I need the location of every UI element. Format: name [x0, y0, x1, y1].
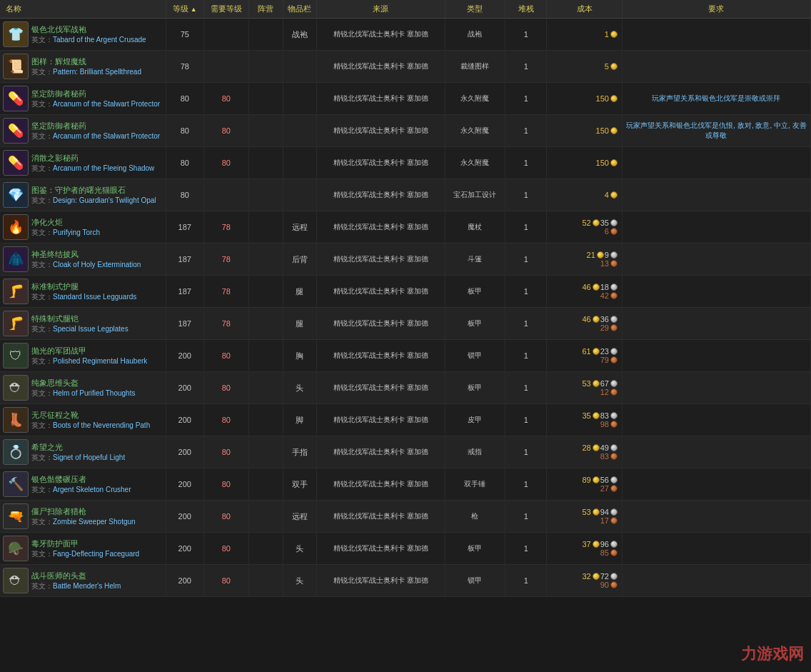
item-require: 玩家声望关系和银色北伐军是崇敬或崇拜: [622, 83, 810, 115]
item-type: 皮甲: [445, 404, 505, 436]
item-require: [622, 147, 810, 179]
item-en-name[interactable]: Standard Issue Legguards: [53, 293, 136, 301]
item-en-name[interactable]: Arcanum of the Stalwart Protector: [53, 132, 160, 140]
item-text: 图鉴：守护者的曙光猫眼石 英文：Design: Guardian's Twili…: [31, 185, 156, 206]
item-slot: 战袍: [283, 19, 317, 51]
item-faction: [249, 115, 283, 147]
item-name-cell[interactable]: 👢 无尽征程之靴 英文：Boots of the Neverending Pat…: [0, 404, 166, 436]
item-req-level: 78: [203, 276, 248, 308]
col-header-require[interactable]: 要求: [622, 0, 810, 19]
item-name-cell[interactable]: 📜 图样：辉煌魔线 英文：Pattern: Brilliant Spellthr…: [0, 51, 166, 83]
item-req-level: 80: [203, 436, 248, 468]
item-en-name[interactable]: Argent Skeleton Crusher: [53, 486, 131, 493]
item-level: 80: [166, 83, 203, 115]
item-source: 精锐北伐军战士奥利卡 塞加德: [317, 276, 445, 308]
col-header-req[interactable]: 需要等级: [203, 0, 248, 19]
col-header-faction[interactable]: 阵营: [249, 0, 283, 19]
item-req-level: 78: [203, 211, 248, 244]
item-en-name[interactable]: Arcanum of the Fleeing Shadow: [53, 164, 154, 172]
item-type: 板甲: [445, 372, 505, 404]
item-en-label: 英文：Zombie Sweeper Shotgun: [31, 517, 136, 527]
item-require: 玩家声望关系和银色北伐军是仇恨, 敌对, 敌意, 中立, 友善或尊敬: [622, 115, 810, 147]
item-faction: [249, 276, 283, 308]
item-name-cell[interactable]: 🔫 僵尸扫除者猎枪 英文：Zombie Sweeper Shotgun: [0, 501, 166, 533]
item-source: 精锐北伐军战士奥利卡 塞加德: [317, 83, 445, 115]
item-faction: [249, 372, 283, 404]
col-header-cost[interactable]: 成本: [547, 0, 623, 19]
item-name-cell[interactable]: 💊 消散之影秘药 英文：Arcanum of the Fleeing Shado…: [0, 147, 166, 179]
item-icon: 🦵: [3, 311, 29, 336]
table-row: 🔨 银色骷髅碾压者 英文：Argent Skeleton Crusher 200…: [0, 468, 811, 501]
item-cn-name: 坚定防御者秘药: [31, 89, 160, 99]
item-require: [622, 244, 810, 276]
item-en-name[interactable]: Pattern: Brilliant Spellthread: [53, 68, 141, 76]
item-faction: [249, 404, 283, 436]
item-name-cell[interactable]: 💍 希望之光 英文：Signet of Hopeful Light: [0, 436, 166, 468]
item-slot: 双手: [283, 468, 317, 501]
item-source: 精锐北伐军战士奥利卡 塞加德: [317, 147, 445, 179]
item-en-name[interactable]: Purifying Torch: [53, 229, 100, 236]
col-header-level[interactable]: 等级 ▲: [166, 0, 203, 19]
item-en-name[interactable]: Polished Regimental Hauberk: [53, 357, 147, 365]
table-row: 🦵 标准制式护腿 英文：Standard Issue Legguards 187…: [0, 276, 811, 308]
item-slot: [283, 83, 317, 115]
item-cn-name: 银色北伐军战袍: [31, 24, 146, 35]
item-icon: 🔫: [3, 503, 29, 529]
item-type: 永久附魔: [445, 147, 505, 179]
item-en-name[interactable]: Design: Guardian's Twilight Opal: [53, 196, 156, 204]
item-en-name[interactable]: Battle Mender's Helm: [53, 582, 121, 590]
item-source: 精锐北伐军战士奥利卡 塞加德: [317, 211, 445, 244]
item-text: 标准制式护腿 英文：Standard Issue Legguards: [31, 281, 136, 302]
item-cn-name: 图鉴：守护者的曙光猫眼石: [31, 185, 156, 196]
item-name-cell[interactable]: 🔨 银色骷髅碾压者 英文：Argent Skeleton Crusher: [0, 468, 166, 501]
item-type: 枪: [445, 501, 505, 533]
item-source: 精锐北伐军战士奥利卡 塞加德: [317, 501, 445, 533]
item-en-label: 英文：Battle Mender's Helm: [31, 581, 121, 591]
item-faction: [249, 51, 283, 83]
item-name-cell[interactable]: 🔥 净化火炬 英文：Purifying Torch: [0, 211, 166, 244]
item-en-name[interactable]: Tabard of the Argent Crusade: [53, 36, 146, 44]
item-cost: 53 67 12: [547, 372, 623, 404]
item-name-cell[interactable]: 💊 坚定防御者秘药 英文：Arcanum of the Stalwart Pro…: [0, 115, 166, 147]
item-name-cell[interactable]: 🧥 神圣终结披风 英文：Cloak of Holy Extermination: [0, 244, 166, 276]
item-cn-name: 神圣终结披风: [31, 249, 141, 260]
item-name-cell[interactable]: 💊 坚定防御者秘药 英文：Arcanum of the Stalwart Pro…: [0, 83, 166, 115]
item-slot: 腿: [283, 276, 317, 308]
item-faction: [249, 179, 283, 211]
item-en-name[interactable]: Zombie Sweeper Shotgun: [53, 518, 136, 526]
item-name-cell[interactable]: 💎 图鉴：守护者的曙光猫眼石 英文：Design: Guardian's Twi…: [0, 179, 166, 211]
col-header-name[interactable]: 名称: [0, 0, 166, 19]
item-en-label: 英文：Standard Issue Legguards: [31, 292, 136, 302]
item-level: 200: [166, 501, 203, 533]
item-name-cell[interactable]: ⛑ 纯象思维头盔 英文：Helm of Purified Thoughts: [0, 372, 166, 404]
item-name-cell[interactable]: ⛑ 战斗医师的头盔 英文：Battle Mender's Helm: [0, 565, 166, 597]
item-en-name[interactable]: Arcanum of the Stalwart Protector: [53, 100, 160, 108]
item-stack: 1: [505, 565, 547, 597]
item-en-name[interactable]: Fang-Deflecting Faceguard: [53, 550, 139, 558]
col-header-quality[interactable]: 物品栏: [283, 0, 317, 19]
item-name-cell[interactable]: 👕 银色北伐军战袍 英文：Tabard of the Argent Crusad…: [0, 19, 166, 51]
item-slot: 头: [283, 565, 317, 597]
item-en-name[interactable]: Cloak of Holy Extermination: [53, 261, 141, 269]
item-en-name[interactable]: Signet of Hopeful Light: [53, 453, 125, 461]
col-header-type[interactable]: 类型: [445, 0, 505, 19]
col-header-stack[interactable]: 堆栈: [505, 0, 547, 19]
item-name-cell[interactable]: 🦵 特殊制式腿铠 英文：Special Issue Legplates: [0, 308, 166, 340]
item-cn-name: 坚定防御者秘药: [31, 121, 160, 131]
item-level: 187: [166, 211, 203, 244]
item-en-name[interactable]: Helm of Purified Thoughts: [53, 389, 135, 397]
item-en-name[interactable]: Special Issue Legplates: [53, 325, 129, 333]
item-name-cell[interactable]: 🛡 抛光的军团战甲 英文：Polished Regimental Hauberk: [0, 340, 166, 372]
item-slot: 胸: [283, 340, 317, 372]
col-header-source[interactable]: 来源: [317, 0, 445, 19]
table-row: 🧥 神圣终结披风 英文：Cloak of Holy Extermination …: [0, 244, 811, 276]
item-stack: 1: [505, 179, 547, 211]
item-en-label: 英文：Argent Skeleton Crusher: [31, 485, 131, 495]
item-en-name[interactable]: Boots of the Neverending Path: [53, 421, 150, 429]
item-slot: [283, 51, 317, 83]
item-name-cell[interactable]: 🪖 毒牙防护面甲 英文：Fang-Deflecting Faceguard: [0, 533, 166, 565]
item-en-label: 英文：Tabard of the Argent Crusade: [31, 35, 146, 45]
item-type: 永久附魔: [445, 115, 505, 147]
item-name-cell[interactable]: 🦵 标准制式护腿 英文：Standard Issue Legguards: [0, 276, 166, 308]
item-level: 78: [166, 51, 203, 83]
